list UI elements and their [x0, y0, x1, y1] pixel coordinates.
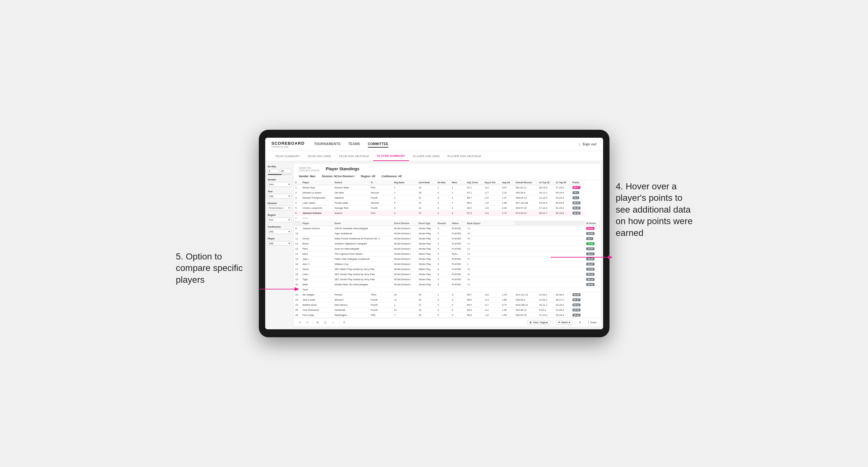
event-row: 9Jackson KohsonUNCW Seahawk Intercollegi…: [294, 226, 600, 231]
content-panel: Update time: 27/01/2024 16:56:26 Player …: [294, 164, 600, 327]
region-filter-label: Region: All: [361, 175, 375, 178]
sign-out-button[interactable]: Sign out: [583, 141, 597, 147]
share-button[interactable]: ⤴ Share: [588, 321, 596, 324]
points-value[interactable]: 60.58: [572, 293, 581, 296]
gender-label: Gender: [268, 178, 291, 181]
eye-icon: 👁: [558, 321, 560, 324]
event-points[interactable]: 40.7: [586, 237, 593, 240]
view-original-button[interactable]: ⊞ View: Original: [527, 320, 550, 325]
event-points[interactable]: 66.40: [586, 283, 594, 286]
event-points[interactable]: 56.18: [586, 278, 594, 281]
division-label: Division: [268, 202, 291, 205]
points-value-highlighted[interactable]: 68.18: [572, 212, 581, 215]
event-row: 10Tiger Invitational NCAA Division IStro…: [294, 231, 600, 236]
sub-nav: TEAM SUMMARY TEAM H2H GRID TEAM H2H HEAT…: [265, 151, 603, 161]
event-row: 19TigerSEC Stroke Play hosted by Jerry P…: [294, 277, 600, 282]
region-select[interactable]: N/A ▾: [268, 217, 291, 222]
division-select[interactable]: NCAA Division I ▾: [268, 206, 291, 210]
region-label: Region: [268, 214, 291, 216]
chevron-down-icon: ▾: [288, 207, 290, 210]
subnav-player-summary[interactable]: PLAYER SUMMARY: [373, 151, 409, 161]
subnav-team-h2h-grid[interactable]: TEAM H2H GRID: [304, 151, 335, 161]
subnav-team-summary[interactable]: TEAM SUMMARY: [272, 151, 304, 161]
points-value[interactable]: 60.27: [572, 299, 581, 301]
points-value[interactable]: 60.49: [572, 207, 581, 210]
paste-button[interactable]: 📋: [322, 320, 328, 324]
chevron-down-icon: ▾: [569, 321, 570, 324]
bottom-toolbar: ↩ ↪ ⧉ 📋 —· ⏱ ⊞ View: Original: [294, 318, 600, 327]
copy-button[interactable]: ⧉: [315, 320, 320, 325]
page-wrapper: 4. Hover over a player's points to see a…: [259, 130, 610, 337]
filter-conference: Conference (All) ▾: [268, 225, 291, 234]
event-row: 12BrenoSouthern Highlands Collegiate NCA…: [294, 241, 600, 246]
points-value[interactable]: 76.2: [572, 191, 580, 194]
tablet-screen: SCOREBOARD Powered by clipd TOURNAMENTS …: [265, 138, 603, 329]
panel-title: Player Standings: [326, 166, 359, 171]
event-points[interactable]: 30.47: [586, 263, 594, 266]
gender-filter-label: Gender: Men: [299, 175, 316, 178]
logo-title: SCOREBOARD: [272, 141, 305, 146]
points-value[interactable]: 70.1: [572, 196, 580, 199]
points-value[interactable]: 68.54: [572, 201, 581, 204]
download-button[interactable]: ⬇: [578, 320, 582, 324]
redo-button[interactable]: ↪: [305, 320, 310, 324]
event-points[interactable]: 56.18: [586, 273, 594, 276]
main-nav: TOURNAMENTS TEAMS COMMITTEE: [314, 141, 579, 148]
chevron-down-icon: ▾: [288, 183, 290, 186]
dash-button[interactable]: —·: [331, 320, 336, 324]
separator: [553, 320, 553, 325]
no-rds-from[interactable]: 4: [268, 169, 279, 173]
event-row: 14MareThe Cypress Point Classic NCAA Div…: [294, 251, 600, 257]
chevron-down-icon: ▾: [288, 242, 290, 245]
tablet-frame: SCOREBOARD Powered by clipd TOURNAMENTS …: [259, 130, 610, 337]
nav-tournaments[interactable]: TOURNAMENTS: [314, 141, 340, 148]
points-value[interactable]: 39.95: [572, 309, 581, 311]
logo-area: SCOREBOARD Powered by clipd: [272, 141, 305, 148]
filter-region: Region N/A ▾: [268, 214, 291, 222]
gender-select[interactable]: Men ▾: [268, 182, 291, 187]
no-rds-to[interactable]: 52: [280, 169, 291, 173]
points-value[interactable]: 68.2+: [572, 186, 581, 189]
col-conf-rank: Conf Rank: [417, 180, 436, 185]
col-avg-to-par: Avg to Par: [483, 180, 500, 185]
separator: [312, 320, 313, 325]
subnav-team-h2h-heatmap[interactable]: TEAM H2H HEATMAP: [335, 151, 373, 161]
subnav-player-h2h-heatmap[interactable]: PLAYER H2H HEATMAP: [444, 151, 485, 161]
player-label: Player: [268, 237, 291, 240]
table-row: 26Petr HrubyWashingtonFifth 7230068.6-1.…: [294, 313, 600, 318]
table-row: 25Cole SherwoodVanderbiltFourth 12230068…: [294, 308, 600, 313]
nav-teams[interactable]: TEAMS: [348, 141, 361, 148]
conference-filter-label: Conference: All: [381, 175, 402, 178]
watch-button[interactable]: 👁 Watch ▾: [556, 320, 572, 325]
table-row: 22Ian GilliganFloridaThird 10241068.7-0.…: [294, 292, 600, 298]
player-select[interactable]: (All) ▾: [268, 241, 291, 246]
col-no-rds: No Rds.: [436, 180, 451, 185]
col-vs-top50: Vs Top 50: [554, 180, 570, 185]
clock-button[interactable]: ⏱: [342, 320, 347, 324]
year-select[interactable]: (All) ▾: [268, 194, 291, 198]
filter-player: Player (All) ▾: [268, 237, 291, 246]
update-time-label: Update time:: [299, 167, 319, 169]
event-points[interactable]: 24.11: [586, 252, 594, 255]
conference-select[interactable]: (All) ▾: [268, 229, 291, 234]
no-rds-slider[interactable]: [268, 174, 291, 175]
subnav-player-h2h-grid[interactable]: PLAYER H2H GRID: [409, 151, 444, 161]
event-points[interactable]: 53.60: [586, 232, 594, 235]
event-points[interactable]: 60.64: [586, 227, 594, 230]
event-points[interactable]: 16.90: [586, 257, 594, 260]
event-points[interactable]: 37.57: [586, 247, 594, 250]
table-row: 23Jack LundinMissouriFourth 11240068.5-2…: [294, 298, 600, 303]
nav-committee[interactable]: COMMITTEE: [368, 141, 389, 148]
undo-button[interactable]: ↩: [298, 320, 303, 324]
event-points[interactable]: 73.33: [586, 242, 594, 245]
points-value[interactable]: 38.49: [572, 314, 581, 316]
event-row: 17DavidSEC Match Play hosted by Jerry Pa…: [294, 267, 600, 272]
chevron-down-icon: ▾: [288, 218, 290, 221]
logo-subtitle: Powered by clipd: [272, 146, 305, 148]
col-avg-sg: Avg SG: [500, 180, 514, 185]
points-value[interactable]: 60.02: [572, 304, 581, 306]
app-header: SCOREBOARD Powered by clipd TOURNAMENTS …: [265, 138, 603, 151]
chevron-down-icon: ▾: [288, 230, 290, 233]
event-points[interactable]: 25.38: [586, 268, 594, 271]
no-rds-label: No Rds.: [268, 165, 291, 168]
